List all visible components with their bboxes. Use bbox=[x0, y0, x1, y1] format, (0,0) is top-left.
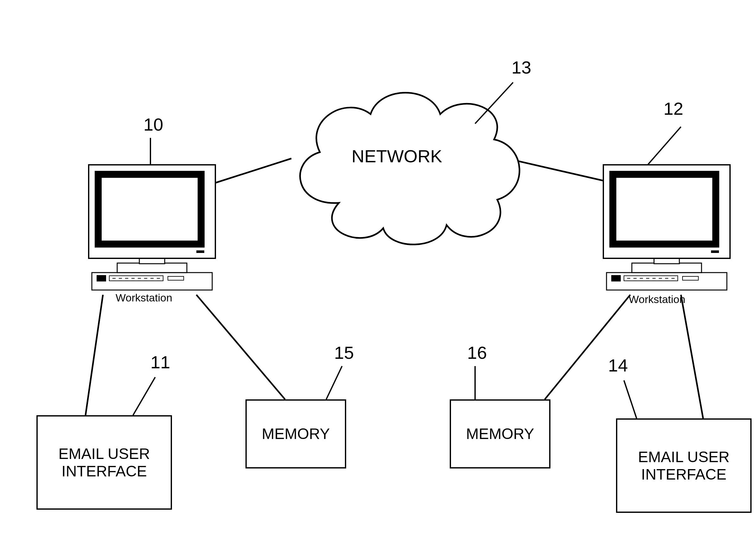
svg-rect-29 bbox=[196, 250, 204, 253]
svg-rect-13 bbox=[92, 272, 212, 290]
email-ui-right-box: EMAIL USER INTERFACE bbox=[616, 418, 752, 513]
workstation-right-icon bbox=[600, 162, 733, 295]
svg-rect-46 bbox=[711, 250, 719, 253]
ref-12: 12 bbox=[664, 98, 683, 119]
ref-10: 10 bbox=[143, 114, 163, 135]
memory-left-label: MEMORY bbox=[262, 425, 330, 442]
email-ui-left-line2: INTERFACE bbox=[61, 463, 147, 479]
email-ui-right-line2: INTERFACE bbox=[641, 466, 726, 483]
workstation-left-label: Workstation bbox=[115, 292, 172, 304]
memory-left-box: MEMORY bbox=[245, 399, 346, 468]
svg-rect-30 bbox=[607, 272, 727, 290]
ref-11: 11 bbox=[150, 352, 170, 373]
svg-line-7 bbox=[648, 127, 681, 165]
ref-14: 14 bbox=[608, 355, 628, 376]
diagram-canvas: NETWORK 10 12 13 11 15 16 14 bbox=[0, 0, 756, 555]
memory-right-box: MEMORY bbox=[450, 399, 551, 468]
ref-13: 13 bbox=[512, 57, 531, 78]
email-ui-right-line1: EMAIL USER bbox=[638, 449, 730, 465]
memory-right-label: MEMORY bbox=[466, 425, 534, 442]
svg-line-9 bbox=[133, 377, 155, 415]
svg-rect-45 bbox=[613, 174, 716, 244]
email-ui-left-label: EMAIL USER INTERFACE bbox=[59, 445, 150, 480]
email-ui-left-line1: EMAIL USER bbox=[59, 445, 150, 462]
svg-rect-31 bbox=[611, 275, 621, 282]
svg-line-10 bbox=[326, 366, 342, 399]
svg-rect-25 bbox=[117, 263, 187, 272]
ref-16: 16 bbox=[467, 342, 487, 363]
email-ui-right-label: EMAIL USER INTERFACE bbox=[638, 448, 730, 483]
svg-line-8 bbox=[475, 82, 513, 124]
ref-15: 15 bbox=[334, 342, 354, 363]
workstation-left-icon bbox=[86, 162, 219, 295]
email-ui-left-box: EMAIL USER INTERFACE bbox=[36, 415, 172, 510]
svg-line-12 bbox=[624, 380, 636, 418]
svg-rect-14 bbox=[97, 275, 106, 282]
svg-rect-28 bbox=[98, 174, 201, 244]
workstation-right-label: Workstation bbox=[629, 293, 686, 305]
svg-rect-42 bbox=[632, 263, 702, 272]
